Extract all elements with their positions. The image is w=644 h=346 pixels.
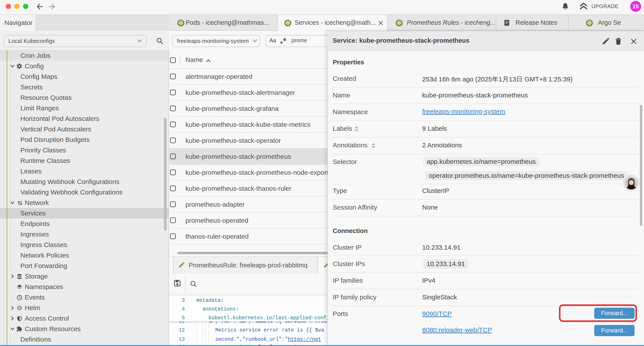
svg-text:HELM: HELM xyxy=(18,307,22,309)
